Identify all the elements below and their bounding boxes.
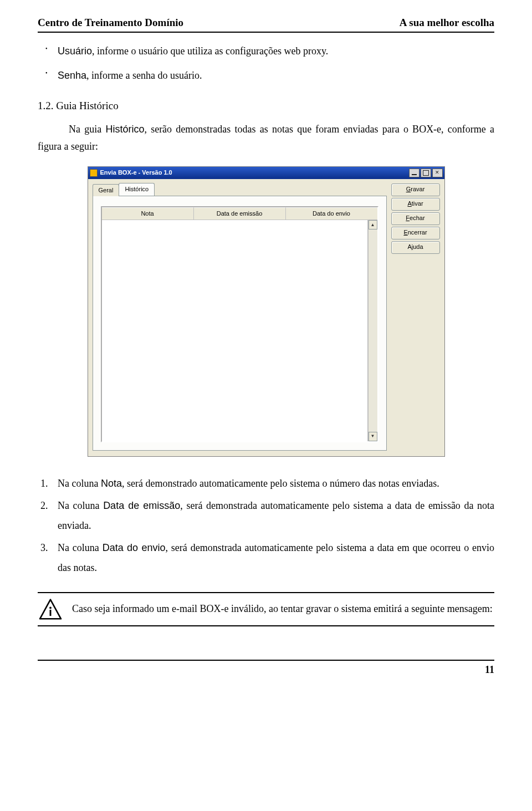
bullet-usuario: Usuário, informe o usuário que utiliza a… (58, 43, 494, 60)
page-number: 11 (38, 663, 494, 677)
header-left: Centro de Treinamento Domínio (38, 16, 183, 30)
button-column: Gravar Ativar Fechar Encerrar Ajuda (391, 183, 440, 451)
encerrar-button[interactable]: Encerrar (391, 227, 440, 239)
ativar-label: tivar (412, 200, 423, 208)
info-text: Caso seja informado um e-mail BOX-e invá… (72, 601, 494, 617)
info-callout: Caso seja informado um e-mail BOX-e invá… (38, 592, 494, 626)
encerrar-mnemonic: E (403, 228, 407, 237)
page-header: Centro de Treinamento Domínio A sua melh… (38, 16, 494, 33)
gravar-button[interactable]: Gravar (391, 183, 440, 196)
warning-icon (38, 598, 63, 621)
fechar-button[interactable]: Fechar (391, 212, 440, 225)
app-icon (90, 169, 98, 177)
footer-rule (38, 660, 494, 661)
encerrar-label: ncerrar (408, 228, 427, 237)
gravar-mnemonic: G (406, 185, 411, 193)
gravar-label: ravar (411, 185, 424, 193)
fechar-label: echar (410, 214, 425, 222)
section-intro: Na guia Histórico, serão demonstradas to… (38, 121, 494, 155)
num-item-2: 2. Na coluna Data de emissão, será demon… (38, 496, 494, 535)
fechar-mnemonic: F (406, 214, 410, 222)
n3-keyword: Data do envio (103, 542, 166, 553)
tab-strip: Geral Histórico (93, 183, 387, 196)
bullet-list: Usuário, informe o usuário que utiliza a… (38, 43, 494, 84)
num-item-3: 3. Na coluna Data do envio, será demonst… (38, 538, 494, 578)
n2-pre: Na coluna (58, 500, 103, 511)
intro-pre: Na guia (69, 124, 105, 135)
window-title: Envia BOX-e - Versão 1.0 (100, 169, 408, 177)
ajuda-label: uda (413, 243, 423, 251)
ajuda-button[interactable]: Ajuda (391, 241, 440, 254)
n1-post: , será demonstrado automaticamente pelo … (122, 478, 439, 489)
n2-keyword: Data de emissão (103, 500, 180, 511)
intro-keyword: Histórico (105, 124, 144, 135)
app-window: Envia BOX-e - Versão 1.0 Geral Histórico… (88, 166, 445, 457)
ativar-mnemonic: A (407, 200, 411, 208)
window-titlebar: Envia BOX-e - Versão 1.0 (88, 167, 444, 179)
tab-content: Nota Data de emissão Data do envio ▲ ▼ (93, 196, 387, 451)
minimize-button[interactable] (409, 169, 420, 177)
grid-header: Nota Data de emissão Data do envio (102, 207, 377, 220)
bullet-senha: Senha, informe a senha do usuário. (58, 67, 494, 84)
close-window-button[interactable] (432, 169, 443, 177)
ativar-button[interactable]: Ativar (391, 198, 440, 211)
tab-historico[interactable]: Histórico (119, 183, 155, 195)
column-nota[interactable]: Nota (102, 207, 194, 220)
column-data-envio[interactable]: Data do envio (286, 207, 377, 220)
scroll-up-button[interactable]: ▲ (369, 220, 377, 229)
section-title: 1.2. Guia Histórico (38, 99, 494, 114)
bullet-usuario-label: Usuário (58, 45, 92, 57)
tab-geral-label: Geral (99, 187, 114, 193)
numbered-list: 1. Na coluna Nota, será demonstrado auto… (38, 473, 494, 578)
column-data-emissao[interactable]: Data de emissão (194, 207, 286, 220)
tab-geral[interactable]: Geral (93, 184, 120, 196)
num-item-1: 1. Na coluna Nota, será demonstrado auto… (38, 473, 494, 493)
bullet-usuario-text: , informe o usuário que utiliza as confi… (92, 45, 328, 57)
header-right: A sua melhor escolha (400, 16, 494, 30)
svg-marker-0 (40, 599, 61, 619)
n3-pre: Na coluna (58, 542, 103, 553)
maximize-button[interactable] (421, 169, 431, 177)
bullet-senha-label: Senha (58, 70, 86, 81)
ajuda-pre: A (407, 243, 411, 251)
scroll-down-button[interactable]: ▼ (369, 432, 377, 441)
data-grid: Nota Data de emissão Data do envio ▲ ▼ (101, 206, 378, 442)
grid-body (102, 220, 368, 441)
n1-pre: Na coluna (58, 478, 101, 489)
bullet-senha-text: , informe a senha do usuário. (86, 70, 202, 81)
svg-rect-2 (50, 609, 52, 615)
vertical-scrollbar[interactable]: ▲ ▼ (368, 220, 377, 441)
tab-historico-label: Histórico (125, 186, 149, 192)
svg-point-1 (49, 606, 52, 609)
n1-keyword: Nota (101, 478, 122, 489)
